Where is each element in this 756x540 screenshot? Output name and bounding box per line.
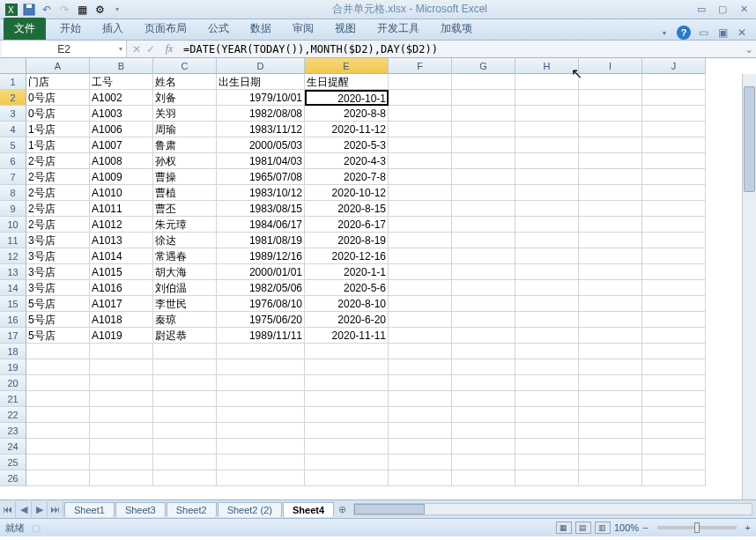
cell[interactable] [452, 248, 515, 264]
tab-view[interactable]: 视图 [324, 18, 367, 40]
cell[interactable]: 2020-11-12 [305, 122, 389, 137]
cell[interactable]: 胡大海 [153, 264, 217, 280]
cell[interactable]: 1989/12/16 [217, 248, 305, 264]
cell[interactable] [452, 312, 515, 328]
workbook-minimize-icon[interactable]: ▭ [696, 26, 710, 40]
cell[interactable] [389, 344, 452, 359]
cell[interactable] [515, 248, 579, 264]
row-header[interactable]: 8 [0, 185, 26, 201]
cell[interactable] [642, 280, 706, 296]
tab-layout[interactable]: 页面布局 [134, 18, 197, 40]
cell[interactable] [579, 328, 642, 344]
cell[interactable]: 姓名 [153, 74, 217, 90]
column-headers[interactable]: ABCDEFGHIJ [26, 58, 706, 74]
cell[interactable] [579, 344, 642, 359]
row-header[interactable]: 22 [0, 407, 26, 423]
cell[interactable] [642, 137, 706, 153]
tab-data[interactable]: 数据 [240, 18, 282, 40]
row-header[interactable]: 6 [0, 153, 26, 169]
cell[interactable]: A1015 [90, 264, 153, 280]
cell[interactable]: 2020-1-1 [305, 264, 389, 280]
cell[interactable]: 1981/08/19 [217, 233, 305, 248]
row-header[interactable]: 3 [0, 106, 26, 122]
cell[interactable] [642, 312, 706, 328]
row-header[interactable]: 25 [0, 455, 26, 470]
col-header-G[interactable]: G [452, 58, 515, 74]
cell[interactable] [452, 153, 515, 169]
name-box[interactable]: E2 [2, 41, 127, 57]
cell[interactable]: 2000/05/03 [217, 137, 305, 153]
undo-icon[interactable]: ↶ [39, 2, 55, 18]
col-header-F[interactable]: F [389, 58, 452, 74]
col-header-J[interactable]: J [642, 58, 706, 74]
fx-icon[interactable]: fx [159, 42, 180, 55]
cell[interactable] [642, 264, 706, 280]
cell[interactable] [579, 74, 642, 90]
cell[interactable] [642, 248, 706, 264]
cell[interactable] [217, 375, 305, 391]
cell[interactable]: 0号店 [26, 106, 90, 122]
cell[interactable]: 2号店 [26, 153, 90, 169]
cell[interactable] [153, 344, 217, 359]
cell[interactable] [26, 359, 90, 375]
cell[interactable]: 2020-10-1 [305, 90, 389, 106]
cell[interactable] [153, 375, 217, 391]
cell[interactable] [26, 470, 90, 486]
zoom-out-icon[interactable]: − [642, 522, 648, 533]
cell[interactable]: 2020-5-6 [305, 280, 389, 296]
zoom-slider[interactable] [657, 526, 737, 529]
cell[interactable]: 尉迟恭 [153, 328, 217, 344]
cell[interactable] [90, 375, 153, 391]
cell[interactable]: A1002 [90, 90, 153, 106]
cell[interactable] [515, 455, 579, 470]
cell[interactable] [579, 280, 642, 296]
cell[interactable] [217, 439, 305, 455]
cell[interactable] [579, 185, 642, 201]
cell[interactable]: 曹操 [153, 169, 217, 185]
cell[interactable]: 1982/08/08 [217, 106, 305, 122]
row-header[interactable]: 11 [0, 233, 26, 248]
tab-dev[interactable]: 开发工具 [367, 18, 430, 40]
scrollbar-thumb[interactable] [744, 86, 755, 192]
cell[interactable] [579, 264, 642, 280]
row-headers[interactable]: 1234567891011121314151617181920212223242… [0, 74, 26, 486]
cell[interactable]: A1007 [90, 137, 153, 153]
cell[interactable]: A1017 [90, 296, 153, 312]
cell[interactable] [305, 455, 389, 470]
row-header[interactable]: 16 [0, 312, 26, 328]
cell[interactable] [579, 137, 642, 153]
row-header[interactable]: 7 [0, 169, 26, 185]
cell[interactable] [452, 423, 515, 439]
cell[interactable] [515, 280, 579, 296]
cell[interactable]: 1983/11/12 [217, 122, 305, 137]
cell[interactable] [642, 233, 706, 248]
cell[interactable] [515, 470, 579, 486]
cell[interactable] [515, 185, 579, 201]
col-header-D[interactable]: D [217, 58, 305, 74]
cell[interactable] [389, 122, 452, 137]
cell[interactable]: 2000/01/01 [217, 264, 305, 280]
cell[interactable] [217, 455, 305, 470]
page-layout-view-icon[interactable]: ▤ [575, 522, 591, 534]
cell[interactable] [452, 344, 515, 359]
cell[interactable] [579, 439, 642, 455]
sheet-nav-first-icon[interactable]: ⏮ [0, 501, 16, 517]
cell[interactable] [217, 470, 305, 486]
cell[interactable] [389, 407, 452, 423]
macro-record-icon[interactable]: ▢ [32, 522, 41, 534]
tab-insert[interactable]: 插入 [92, 18, 134, 40]
cell[interactable] [90, 470, 153, 486]
cell[interactable] [452, 359, 515, 375]
sheet-tab[interactable]: Sheet1 [64, 502, 115, 517]
select-all-corner[interactable] [0, 58, 26, 74]
cell[interactable] [452, 74, 515, 90]
row-header[interactable]: 15 [0, 296, 26, 312]
cell[interactable]: 2号店 [26, 185, 90, 201]
cell[interactable] [642, 296, 706, 312]
workbook-close-icon[interactable]: ✕ [735, 26, 749, 40]
cell[interactable] [153, 439, 217, 455]
cell[interactable]: A1012 [90, 217, 153, 233]
cell[interactable]: 5号店 [26, 312, 90, 328]
cell[interactable] [452, 439, 515, 455]
cell[interactable]: 门店 [26, 74, 90, 90]
